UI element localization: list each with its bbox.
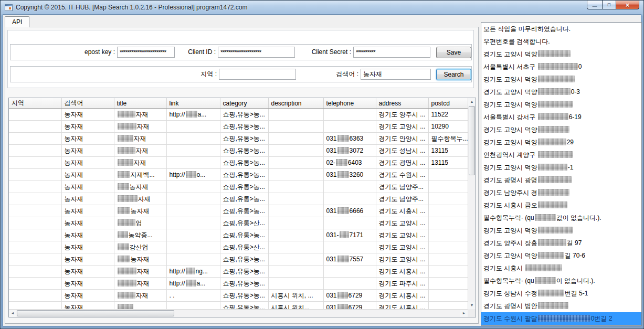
table-row[interactable]: 농자재강산업쇼핑,유통>산...경기도 고양시 ... xyxy=(9,241,468,253)
log-item[interactable]: 경기도 고양시 덕양 xyxy=(481,123,641,136)
text-segment: 농자재 xyxy=(65,111,83,118)
text-segment: 0 xyxy=(578,63,582,70)
search-button[interactable]: Search xyxy=(436,69,471,80)
log-item[interactable]: 경기도 양주시 장흥길 97 xyxy=(481,237,641,249)
log-item[interactable]: 경기도 고양시 덕양0-3 xyxy=(481,86,641,98)
table-cell xyxy=(9,253,61,266)
scroll-up-icon[interactable]: ▲ xyxy=(468,98,476,105)
column-header[interactable]: address xyxy=(376,98,428,109)
log-item[interactable]: 필수항목누락- (qu이 없습니다.). xyxy=(481,274,641,287)
text-segment: 번길 5-1 xyxy=(565,290,588,297)
table-cell xyxy=(323,217,376,229)
table-row[interactable]: 농자재자재쇼핑,유통>농...02-6403경기도 광명시 ...13115 xyxy=(9,157,468,169)
log-item[interactable]: 경기도 고양시 덕양 xyxy=(481,98,641,111)
redacted-blur xyxy=(538,176,572,183)
log-item[interactable]: 경기도 성남시 수정번길 5-1 xyxy=(481,287,641,300)
scroll-down-icon[interactable]: ▼ xyxy=(468,302,476,309)
table-row[interactable]: 농자재농약종...쇼핑,유통>농...031-7171경기도 고양시 ... xyxy=(9,229,468,241)
log-item[interactable]: 서울특별시 강서구 6-19 xyxy=(481,111,641,123)
app-window: Copyright © 2015. IT HUB. [Map Search 1.… xyxy=(0,0,644,329)
scroll-left-icon[interactable]: ◄ xyxy=(9,310,16,317)
log-item[interactable]: 경기도 고양시 덕양29 xyxy=(481,136,641,148)
table-row[interactable]: 농자재자재http://ng...쇼핑,유통>농...경기도 시흥시 ... xyxy=(9,266,468,278)
log-item[interactable]: 필수항목누락- (qu값이 없습니다.). xyxy=(481,211,641,224)
log-item[interactable]: 경기도 고양시 덕양 xyxy=(481,73,641,86)
horizontal-scroll-thumb[interactable] xyxy=(17,310,174,316)
log-item[interactable]: 경기도 광명시 광명 xyxy=(481,174,641,186)
log-item-selected[interactable]: 경기도 수원시 팔달0번길 2 xyxy=(481,312,641,325)
text-segment: 쇼핑,유통>농... xyxy=(223,207,265,215)
table-row[interactable]: 농자재농자재쇼핑,유통>농...0316666경기도 시흥시 ... xyxy=(9,205,468,217)
client-secret-input[interactable] xyxy=(353,47,430,58)
table-cell: 쇼핑,유통>농... xyxy=(220,253,268,266)
save-button[interactable]: Save xyxy=(436,47,471,58)
text-segment: 자재 xyxy=(134,159,146,166)
grid-vertical-scrollbar[interactable]: ▲ ▼ xyxy=(468,98,476,309)
minimize-button[interactable]: — xyxy=(587,1,602,9)
text-segment: 쇼핑,유통>농... xyxy=(223,195,265,203)
redacted-blur xyxy=(538,101,573,108)
text-segment: 농자재 xyxy=(65,123,83,130)
epost-key-input[interactable] xyxy=(117,47,175,58)
column-header[interactable]: category xyxy=(220,98,268,109)
table-row[interactable]: 농자재자재백...http://o...쇼핑,유통>농...0313260경기도… xyxy=(9,169,468,181)
log-item[interactable]: 경기도 고양시 덕양 xyxy=(481,224,641,237)
log-list[interactable]: 모든 작업을 마무리하였습니다.우편번호를 검색합니다.경기도 고양시 덕양서울… xyxy=(481,22,642,326)
text-segment: 이 없습니다.). xyxy=(556,277,595,284)
column-header[interactable]: link xyxy=(166,98,220,109)
column-header[interactable]: telephone xyxy=(323,98,376,109)
table-row[interactable]: 농자재자재http://a...쇼핑,유통>농...경기도 양주시 ...115… xyxy=(9,109,468,121)
grid-horizontal-scrollbar[interactable]: ◄ ► xyxy=(9,309,468,317)
column-header[interactable]: title xyxy=(114,98,166,109)
table-cell: 농자재 xyxy=(114,205,166,217)
text-segment: 3260 xyxy=(350,171,364,178)
vertical-scroll-thumb[interactable] xyxy=(469,106,475,175)
table-row[interactable]: 농자재자재. .쇼핑,유통>농...시흥시 위치, ...0316729경기도 … xyxy=(9,290,468,302)
log-item[interactable]: 모든 작업을 마무리하였습니다. xyxy=(481,23,641,35)
table-cell xyxy=(166,157,220,169)
log-item[interactable]: 인천광역시 계양구 xyxy=(481,148,641,161)
table-cell: 경기도 고양시 ... xyxy=(376,253,428,266)
table-row[interactable]: 농자재자재쇼핑,유통>농...경기도 고양시 ...10290 xyxy=(9,121,468,133)
table-row[interactable]: 농자재자재쇼핑,유통>농...0316363경기도 안양시 ...필수항목누..… xyxy=(9,133,468,145)
client-id-input[interactable] xyxy=(218,47,295,58)
maximize-icon: □ xyxy=(608,3,610,7)
region-input[interactable] xyxy=(219,69,296,80)
log-item[interactable]: 경기도 광명시 범안 xyxy=(481,300,641,312)
table-row[interactable]: 농자재자재http://a...쇼핑,유통>농...경기도 파주시 ... xyxy=(9,278,468,290)
log-item[interactable]: 경기도 시흥시 금오 xyxy=(481,199,641,211)
tab-api[interactable]: API xyxy=(5,16,29,27)
column-header[interactable]: postcd xyxy=(428,98,468,109)
table-row[interactable]: 농자재농자재쇼핑,유통>농...경기도 남양주... xyxy=(9,181,468,193)
maximize-button[interactable]: □ xyxy=(602,1,616,9)
log-item[interactable]: 경기도 고양시 덕양-1 xyxy=(481,161,641,174)
log-item[interactable]: 경기도 고양시 덕양길 70-6 xyxy=(481,249,641,262)
log-item[interactable]: 우편번호를 검색합니다. xyxy=(481,35,641,48)
minimize-icon: — xyxy=(593,4,597,9)
table-cell: 자재 xyxy=(114,290,166,302)
client-secret-label: Client Secret : xyxy=(299,45,351,60)
table-row[interactable]: 농자재자재쇼핑,유통>농...경기도 남양주... xyxy=(9,193,468,205)
log-item[interactable]: 서울특별시 서초구 0 xyxy=(481,60,641,73)
title-bar[interactable]: Copyright © 2015. IT HUB. [Map Search 1.… xyxy=(1,1,643,14)
table-row[interactable]: 농자재업쇼핑,유통>산...경기도 고양시 ... xyxy=(9,217,468,229)
text-segment: 경기도 고양시 ... xyxy=(379,123,426,130)
scroll-right-icon[interactable]: ► xyxy=(460,310,468,317)
column-header[interactable]: 지역 xyxy=(9,98,61,109)
keyword-input[interactable] xyxy=(361,69,431,80)
log-item[interactable]: 경기도 남양주시 경 xyxy=(481,186,641,199)
table-row[interactable]: 농자재자재쇼핑,유통>농...0313072경기도 성남시 ...13115 xyxy=(9,145,468,157)
tab-strip: API xyxy=(5,16,29,27)
log-item[interactable]: 경기도 고양시 덕양 xyxy=(481,48,641,60)
table-row[interactable]: 농자재농자재쇼핑,유통>농...0317557경기도 고양시 ... xyxy=(9,253,468,266)
table-cell: http://a... xyxy=(166,109,220,121)
text-segment: 농자재 xyxy=(65,159,83,166)
close-button[interactable]: × xyxy=(616,1,639,9)
table-cell: 쇼핑,유통>산... xyxy=(220,217,268,229)
column-header[interactable]: 검색어 xyxy=(61,98,114,109)
log-item[interactable]: 경기도 시흥시 xyxy=(481,262,641,274)
column-header[interactable]: description xyxy=(268,98,323,109)
text-segment: 경기도 광명시 ... xyxy=(379,159,426,166)
table-cell xyxy=(9,278,61,290)
table-cell xyxy=(428,193,468,205)
